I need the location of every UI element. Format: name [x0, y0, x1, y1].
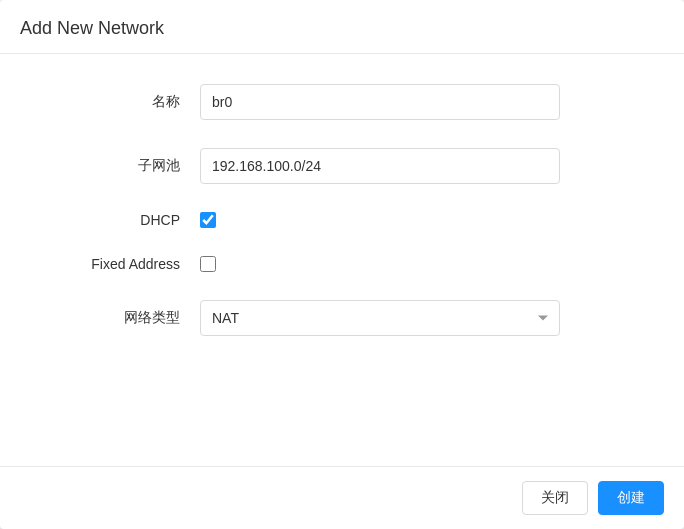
dhcp-checkbox[interactable] [200, 212, 216, 228]
subnet-field-wrapper [200, 148, 560, 184]
dialog-footer: 关闭 创建 [0, 466, 684, 529]
dialog-header: Add New Network [0, 0, 684, 54]
fixed-address-checkbox[interactable] [200, 256, 216, 272]
dhcp-label: DHCP [40, 212, 200, 228]
network-type-select-wrapper: NAT Bridge Host-only [200, 300, 560, 336]
network-type-row: 网络类型 NAT Bridge Host-only [40, 300, 644, 336]
subnet-row: 子网池 [40, 148, 644, 184]
subnet-input[interactable] [200, 148, 560, 184]
fixed-address-row: Fixed Address [40, 256, 644, 272]
name-input[interactable] [200, 84, 560, 120]
close-button[interactable]: 关闭 [522, 481, 588, 515]
fixed-address-checkbox-wrapper [200, 256, 216, 272]
network-type-select[interactable]: NAT Bridge Host-only [200, 300, 560, 336]
dhcp-checkbox-wrapper [200, 212, 216, 228]
subnet-label: 子网池 [40, 157, 200, 175]
dhcp-row: DHCP [40, 212, 644, 228]
dialog-body: 名称 子网池 DHCP Fixed Address [0, 54, 684, 466]
create-button[interactable]: 创建 [598, 481, 664, 515]
dialog-title: Add New Network [20, 18, 164, 38]
add-network-dialog: Add New Network 名称 子网池 DHCP Fixed Addres… [0, 0, 684, 529]
name-field-wrapper [200, 84, 560, 120]
name-row: 名称 [40, 84, 644, 120]
name-label: 名称 [40, 93, 200, 111]
network-type-label: 网络类型 [40, 309, 200, 327]
fixed-address-label: Fixed Address [40, 256, 200, 272]
